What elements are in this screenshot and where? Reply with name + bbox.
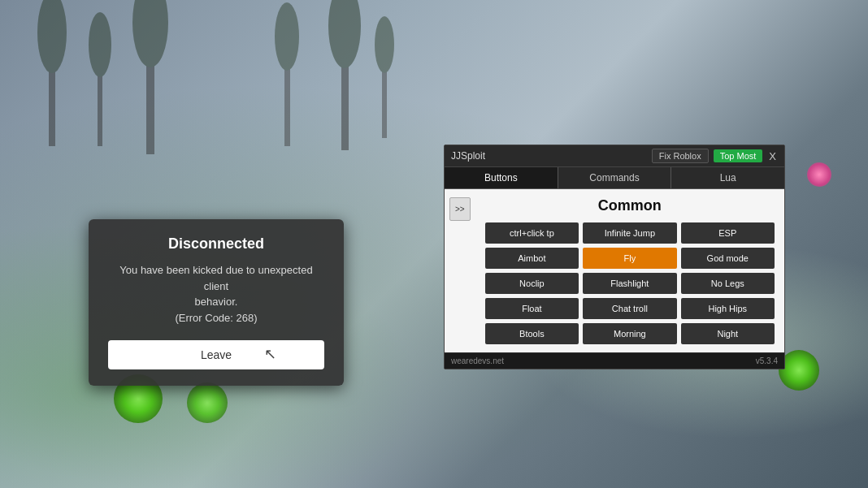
svg-point-3 — [89, 12, 111, 77]
btools-button[interactable]: Btools — [485, 323, 579, 344]
top-most-button[interactable]: Top Most — [714, 149, 763, 162]
svg-point-7 — [275, 2, 299, 71]
footer-website: wearedevs.net — [451, 356, 504, 365]
ctrl-click-tp-button[interactable]: ctrl+click tp — [485, 222, 579, 244]
noclip-button[interactable]: Noclip — [485, 273, 579, 294]
aimbot-button[interactable]: Aimbot — [485, 248, 579, 269]
svg-point-11 — [375, 16, 394, 73]
jjsploit-panel: JJSploit Fix Roblox Top Most X Buttons C… — [444, 145, 785, 369]
footer-version: v5.3.4 — [756, 356, 778, 365]
panel-tabs: Buttons Commands Lua — [445, 167, 784, 189]
buttons-content: Common ctrl+click tp Infinite Jump ESP A… — [475, 189, 784, 352]
svg-point-5 — [132, 0, 168, 67]
svg-point-1 — [37, 0, 67, 73]
scroll-left-button[interactable]: >> — [449, 197, 471, 221]
high-hips-button[interactable]: High Hips — [681, 298, 775, 319]
flashlight-button[interactable]: Flashlight — [583, 273, 676, 294]
night-button[interactable]: Night — [681, 323, 775, 344]
tab-buttons[interactable]: Buttons — [445, 167, 558, 188]
float-button[interactable]: Float — [485, 298, 579, 319]
svg-point-9 — [328, 0, 361, 68]
disconnect-dialog: Disconnected You have been kicked due to… — [89, 219, 344, 386]
mouse-cursor: ↖ — [264, 345, 276, 363]
panel-title: JJSploit — [451, 150, 647, 162]
no-legs-button[interactable]: No Legs — [681, 273, 775, 294]
panel-content-area: >> Common ctrl+click tp Infinite Jump ES… — [445, 189, 784, 352]
panel-footer: wearedevs.net v5.3.4 — [445, 352, 784, 369]
esp-button[interactable]: ESP — [681, 222, 775, 244]
close-button[interactable]: X — [767, 150, 778, 162]
tab-lua[interactable]: Lua — [671, 167, 784, 188]
morning-button[interactable]: Morning — [583, 323, 676, 344]
scroll-arrow-container: >> — [445, 189, 475, 229]
infinite-jump-button[interactable]: Infinite Jump — [583, 222, 676, 244]
disconnect-message: You have been kicked due to unexpected c… — [108, 262, 324, 326]
section-title: Common — [485, 197, 775, 214]
buttons-grid: ctrl+click tp Infinite Jump ESP Aimbot F… — [485, 222, 775, 344]
chat-troll-button[interactable]: Chat troll — [583, 298, 676, 319]
disconnect-title: Disconnected — [108, 235, 324, 253]
god-mode-button[interactable]: God mode — [681, 248, 775, 269]
tab-commands[interactable]: Commands — [558, 167, 672, 188]
panel-titlebar: JJSploit Fix Roblox Top Most X — [445, 145, 784, 167]
leave-button[interactable]: Leave — [108, 340, 324, 369]
fly-button[interactable]: Fly — [583, 248, 676, 269]
fix-roblox-button[interactable]: Fix Roblox — [652, 149, 709, 163]
glow-object-right — [187, 382, 228, 423]
